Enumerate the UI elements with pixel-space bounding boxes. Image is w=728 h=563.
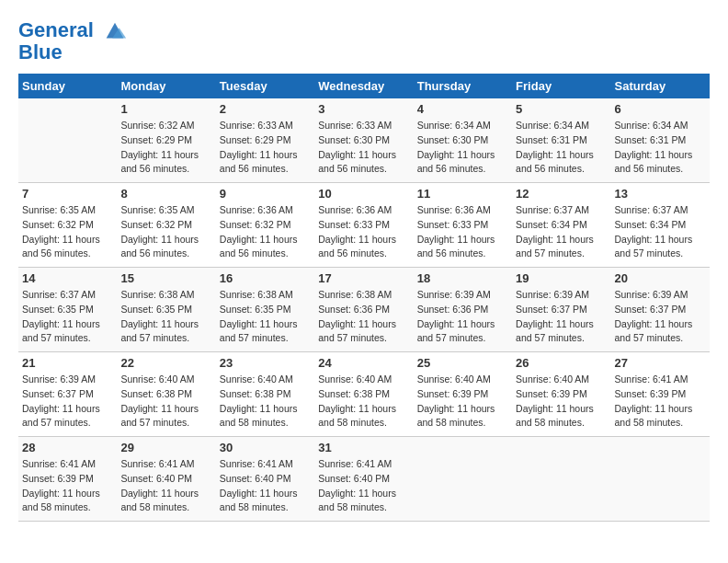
calendar-cell: 27Sunrise: 6:41 AM Sunset: 6:39 PM Dayli… bbox=[611, 352, 710, 437]
calendar-cell: 19Sunrise: 6:39 AM Sunset: 6:37 PM Dayli… bbox=[512, 268, 610, 352]
day-number: 6 bbox=[615, 102, 706, 116]
day-info: Sunrise: 6:35 AM Sunset: 6:32 PM Dayligh… bbox=[120, 203, 211, 261]
calendar-week-row-4: 21Sunrise: 6:39 AM Sunset: 6:37 PM Dayli… bbox=[18, 352, 710, 437]
day-info: Sunrise: 6:36 AM Sunset: 6:33 PM Dayligh… bbox=[417, 203, 508, 261]
day-info: Sunrise: 6:37 AM Sunset: 6:34 PM Dayligh… bbox=[516, 203, 607, 261]
calendar-cell: 6Sunrise: 6:34 AM Sunset: 6:31 PM Daylig… bbox=[611, 98, 710, 183]
day-number: 10 bbox=[318, 187, 409, 201]
day-info: Sunrise: 6:40 AM Sunset: 6:39 PM Dayligh… bbox=[417, 373, 508, 431]
calendar-cell: 1Sunrise: 6:32 AM Sunset: 6:29 PM Daylig… bbox=[117, 98, 215, 183]
calendar-cell: 31Sunrise: 6:41 AM Sunset: 6:40 PM Dayli… bbox=[314, 437, 413, 522]
day-info: Sunrise: 6:39 AM Sunset: 6:36 PM Dayligh… bbox=[417, 288, 508, 346]
day-info: Sunrise: 6:39 AM Sunset: 6:37 PM Dayligh… bbox=[516, 288, 607, 346]
column-header-saturday: Saturday bbox=[611, 74, 710, 98]
calendar-cell: 13Sunrise: 6:37 AM Sunset: 6:34 PM Dayli… bbox=[611, 183, 710, 268]
calendar-cell: 14Sunrise: 6:37 AM Sunset: 6:35 PM Dayli… bbox=[18, 268, 117, 352]
day-number: 31 bbox=[318, 441, 409, 454]
day-number: 13 bbox=[615, 187, 706, 201]
day-info: Sunrise: 6:38 AM Sunset: 6:36 PM Dayligh… bbox=[318, 288, 409, 346]
calendar-cell: 16Sunrise: 6:38 AM Sunset: 6:35 PM Dayli… bbox=[216, 268, 314, 352]
day-info: Sunrise: 6:38 AM Sunset: 6:35 PM Dayligh… bbox=[220, 288, 311, 346]
day-number: 26 bbox=[516, 356, 607, 370]
calendar-cell: 21Sunrise: 6:39 AM Sunset: 6:37 PM Dayli… bbox=[18, 352, 117, 437]
calendar-cell: 23Sunrise: 6:40 AM Sunset: 6:38 PM Dayli… bbox=[216, 352, 314, 437]
page-header: General Blue bbox=[18, 18, 710, 64]
day-info: Sunrise: 6:40 AM Sunset: 6:38 PM Dayligh… bbox=[120, 373, 211, 431]
day-info: Sunrise: 6:39 AM Sunset: 6:37 PM Dayligh… bbox=[615, 288, 706, 346]
logo-icon bbox=[102, 18, 128, 44]
day-number: 7 bbox=[22, 187, 113, 201]
day-info: Sunrise: 6:37 AM Sunset: 6:34 PM Dayligh… bbox=[615, 203, 706, 261]
day-info: Sunrise: 6:41 AM Sunset: 6:39 PM Dayligh… bbox=[615, 373, 706, 431]
day-number: 1 bbox=[120, 102, 211, 116]
day-number: 14 bbox=[22, 271, 113, 285]
day-number: 21 bbox=[22, 356, 113, 370]
day-number: 11 bbox=[417, 187, 508, 201]
day-info: Sunrise: 6:40 AM Sunset: 6:38 PM Dayligh… bbox=[220, 373, 311, 431]
calendar-cell: 25Sunrise: 6:40 AM Sunset: 6:39 PM Dayli… bbox=[414, 352, 512, 437]
calendar-cell: 20Sunrise: 6:39 AM Sunset: 6:37 PM Dayli… bbox=[611, 268, 710, 352]
calendar-table: SundayMondayTuesdayWednesdayThursdayFrid… bbox=[18, 74, 710, 522]
day-info: Sunrise: 6:38 AM Sunset: 6:35 PM Dayligh… bbox=[120, 288, 211, 346]
day-info: Sunrise: 6:41 AM Sunset: 6:40 PM Dayligh… bbox=[318, 457, 409, 515]
day-number: 16 bbox=[220, 271, 311, 285]
column-header-monday: Monday bbox=[117, 74, 215, 98]
calendar-cell bbox=[414, 437, 512, 522]
calendar-cell: 12Sunrise: 6:37 AM Sunset: 6:34 PM Dayli… bbox=[512, 183, 610, 268]
day-number: 9 bbox=[220, 187, 311, 201]
day-number: 15 bbox=[120, 271, 211, 285]
day-info: Sunrise: 6:41 AM Sunset: 6:40 PM Dayligh… bbox=[120, 457, 211, 515]
day-number: 5 bbox=[516, 102, 607, 116]
calendar-cell: 18Sunrise: 6:39 AM Sunset: 6:36 PM Dayli… bbox=[414, 268, 512, 352]
calendar-cell: 29Sunrise: 6:41 AM Sunset: 6:40 PM Dayli… bbox=[117, 437, 215, 522]
day-number: 28 bbox=[22, 441, 113, 454]
column-header-friday: Friday bbox=[512, 74, 610, 98]
day-info: Sunrise: 6:41 AM Sunset: 6:40 PM Dayligh… bbox=[220, 457, 311, 515]
calendar-cell: 11Sunrise: 6:36 AM Sunset: 6:33 PM Dayli… bbox=[414, 183, 512, 268]
day-number: 4 bbox=[417, 102, 508, 116]
day-info: Sunrise: 6:35 AM Sunset: 6:32 PM Dayligh… bbox=[22, 203, 113, 261]
day-number: 24 bbox=[318, 356, 409, 370]
calendar-cell: 8Sunrise: 6:35 AM Sunset: 6:32 PM Daylig… bbox=[117, 183, 215, 268]
day-info: Sunrise: 6:36 AM Sunset: 6:33 PM Dayligh… bbox=[318, 203, 409, 261]
calendar-cell: 4Sunrise: 6:34 AM Sunset: 6:30 PM Daylig… bbox=[414, 98, 512, 183]
day-info: Sunrise: 6:34 AM Sunset: 6:31 PM Dayligh… bbox=[516, 119, 607, 177]
calendar-cell: 22Sunrise: 6:40 AM Sunset: 6:38 PM Dayli… bbox=[117, 352, 215, 437]
day-number: 29 bbox=[120, 441, 211, 454]
calendar-cell: 26Sunrise: 6:40 AM Sunset: 6:39 PM Dayli… bbox=[512, 352, 610, 437]
day-number: 17 bbox=[318, 271, 409, 285]
column-header-thursday: Thursday bbox=[414, 74, 512, 98]
day-info: Sunrise: 6:39 AM Sunset: 6:37 PM Dayligh… bbox=[22, 373, 113, 431]
calendar-cell bbox=[611, 437, 710, 522]
calendar-week-row-1: 1Sunrise: 6:32 AM Sunset: 6:29 PM Daylig… bbox=[18, 98, 710, 183]
column-header-sunday: Sunday bbox=[18, 74, 117, 98]
day-number: 25 bbox=[417, 356, 508, 370]
calendar-cell bbox=[18, 98, 117, 183]
day-number: 22 bbox=[120, 356, 211, 370]
day-info: Sunrise: 6:32 AM Sunset: 6:29 PM Dayligh… bbox=[120, 119, 211, 177]
calendar-cell: 9Sunrise: 6:36 AM Sunset: 6:32 PM Daylig… bbox=[216, 183, 314, 268]
day-number: 19 bbox=[516, 271, 607, 285]
day-number: 30 bbox=[220, 441, 311, 454]
calendar-week-row-5: 28Sunrise: 6:41 AM Sunset: 6:39 PM Dayli… bbox=[18, 437, 710, 522]
calendar-cell: 15Sunrise: 6:38 AM Sunset: 6:35 PM Dayli… bbox=[117, 268, 215, 352]
day-number: 27 bbox=[615, 356, 706, 370]
calendar-cell: 7Sunrise: 6:35 AM Sunset: 6:32 PM Daylig… bbox=[18, 183, 117, 268]
column-header-wednesday: Wednesday bbox=[314, 74, 413, 98]
day-number: 3 bbox=[318, 102, 409, 116]
day-info: Sunrise: 6:40 AM Sunset: 6:38 PM Dayligh… bbox=[318, 373, 409, 431]
day-info: Sunrise: 6:33 AM Sunset: 6:30 PM Dayligh… bbox=[318, 119, 409, 177]
day-info: Sunrise: 6:34 AM Sunset: 6:31 PM Dayligh… bbox=[615, 119, 706, 177]
calendar-cell: 10Sunrise: 6:36 AM Sunset: 6:33 PM Dayli… bbox=[314, 183, 413, 268]
day-number: 8 bbox=[120, 187, 211, 201]
calendar-header-row: SundayMondayTuesdayWednesdayThursdayFrid… bbox=[18, 74, 710, 98]
day-info: Sunrise: 6:34 AM Sunset: 6:30 PM Dayligh… bbox=[417, 119, 508, 177]
day-number: 2 bbox=[220, 102, 311, 116]
calendar-cell: 2Sunrise: 6:33 AM Sunset: 6:29 PM Daylig… bbox=[216, 98, 314, 183]
calendar-cell: 24Sunrise: 6:40 AM Sunset: 6:38 PM Dayli… bbox=[314, 352, 413, 437]
day-info: Sunrise: 6:36 AM Sunset: 6:32 PM Dayligh… bbox=[220, 203, 311, 261]
day-info: Sunrise: 6:40 AM Sunset: 6:39 PM Dayligh… bbox=[516, 373, 607, 431]
calendar-cell: 5Sunrise: 6:34 AM Sunset: 6:31 PM Daylig… bbox=[512, 98, 610, 183]
calendar-cell bbox=[512, 437, 610, 522]
column-header-tuesday: Tuesday bbox=[216, 74, 314, 98]
